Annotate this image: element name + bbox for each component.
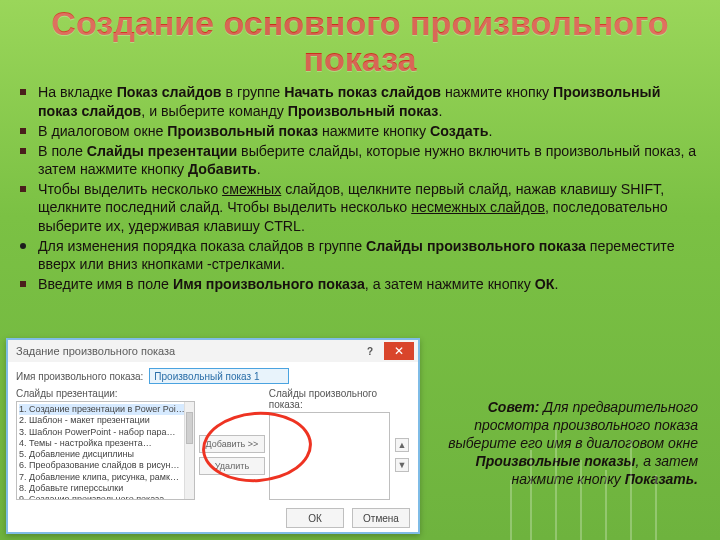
help-icon[interactable]: ?	[362, 346, 378, 357]
close-button[interactable]: ✕	[384, 342, 414, 360]
right-list-header: Слайды произвольного показа:	[269, 388, 390, 410]
list-item[interactable]: 7. Добавление клипа, рисунка, рамк…	[19, 472, 192, 483]
presentation-slides-list[interactable]: 1. Создание презентации в Power Poi…2. Ш…	[16, 401, 195, 500]
list-item[interactable]: 3. Шаблон PowerPoint - набор пара…	[19, 427, 192, 438]
list-item[interactable]: 2. Шаблон - макет презентации	[19, 415, 192, 426]
slide-body: На вкладке Показ слайдов в группе Начать…	[0, 79, 720, 540]
name-label: Имя произвольного показа:	[16, 371, 143, 382]
list-item[interactable]: 1. Создание презентации в Power Poi…	[19, 404, 192, 415]
tip-body: Для предварительного просмотра произволь…	[448, 399, 698, 451]
move-down-button[interactable]: ▼	[395, 458, 409, 472]
add-button[interactable]: Добавить >>	[199, 435, 265, 453]
tip-keyword-1: Произвольные показы	[476, 453, 636, 469]
tip-block: Совет: Для предварительного просмотра пр…	[426, 399, 698, 489]
step-item: На вкладке Показ слайдов в группе Начать…	[34, 83, 698, 119]
slide-title: Создание основного произвольного показа	[0, 0, 720, 79]
step-item: Введите имя в поле Имя произвольного пок…	[34, 275, 698, 293]
scrollbar[interactable]	[184, 402, 194, 499]
step-item: В поле Слайды презентации выберите слайд…	[34, 142, 698, 178]
slide: Создание основного произвольного показа …	[0, 0, 720, 540]
ok-button[interactable]: ОК	[286, 508, 344, 528]
dialog-body: Имя произвольного показа: Слайды презент…	[8, 362, 418, 504]
show-name-input[interactable]	[149, 368, 289, 384]
list-item[interactable]: 9. Создание произвольного показа	[19, 494, 192, 500]
steps-list: На вкладке Показ слайдов в группе Начать…	[34, 83, 698, 293]
tip-keyword-2: Показать.	[625, 471, 698, 487]
left-list-header: Слайды презентации:	[16, 388, 195, 399]
step-item: В диалоговом окне Произвольный показ наж…	[34, 122, 698, 140]
move-up-button[interactable]: ▲	[395, 438, 409, 452]
tip-lead: Совет:	[488, 399, 540, 415]
list-item[interactable]: 5. Добавление дисциплины	[19, 449, 192, 460]
custom-show-dialog: Задание произвольного показа ? ✕ Имя про…	[6, 338, 420, 534]
cancel-button[interactable]: Отмена	[352, 508, 410, 528]
dialog-title: Задание произвольного показа	[16, 345, 356, 357]
remove-button[interactable]: Удалить	[199, 457, 265, 475]
dialog-titlebar: Задание произвольного показа ? ✕	[8, 340, 418, 362]
step-item: Для изменения порядка показа слайдов в г…	[34, 237, 698, 273]
list-item[interactable]: 4. Темы - настройка презента…	[19, 438, 192, 449]
list-item[interactable]: 6. Преобразование слайдов в рисун…	[19, 460, 192, 471]
dialog-footer: ОК Отмена	[8, 504, 418, 532]
list-item[interactable]: 8. Добавьте гиперссылки	[19, 483, 192, 494]
step-item: Чтобы выделить несколько смежных слайдов…	[34, 180, 698, 235]
custom-show-slides-list[interactable]	[269, 412, 390, 500]
